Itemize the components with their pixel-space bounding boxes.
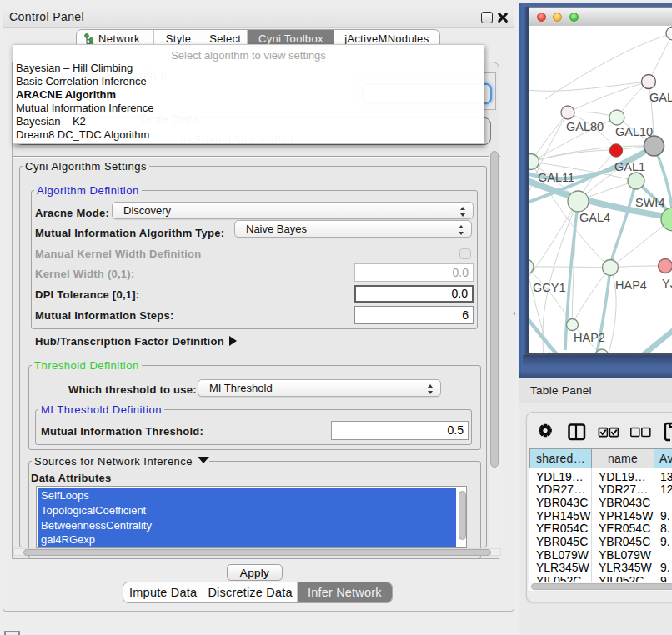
svg-text:GAL1: GAL1: [614, 160, 645, 173]
svg-text:GAL2: GAL2: [649, 91, 672, 104]
svg-text:GAL4: GAL4: [579, 211, 610, 224]
svg-text:GAL80: GAL80: [566, 120, 604, 133]
svg-text:YJ: YJ: [662, 277, 672, 290]
svg-text:HAP2: HAP2: [574, 331, 605, 344]
svg-text:HAP4: HAP4: [615, 278, 647, 292]
svg-text:GCY1: GCY1: [533, 281, 566, 294]
svg-text:GAL10: GAL10: [615, 125, 653, 138]
svg-text:SWI4: SWI4: [635, 196, 664, 209]
svg-text:GAL11: GAL11: [538, 171, 574, 184]
